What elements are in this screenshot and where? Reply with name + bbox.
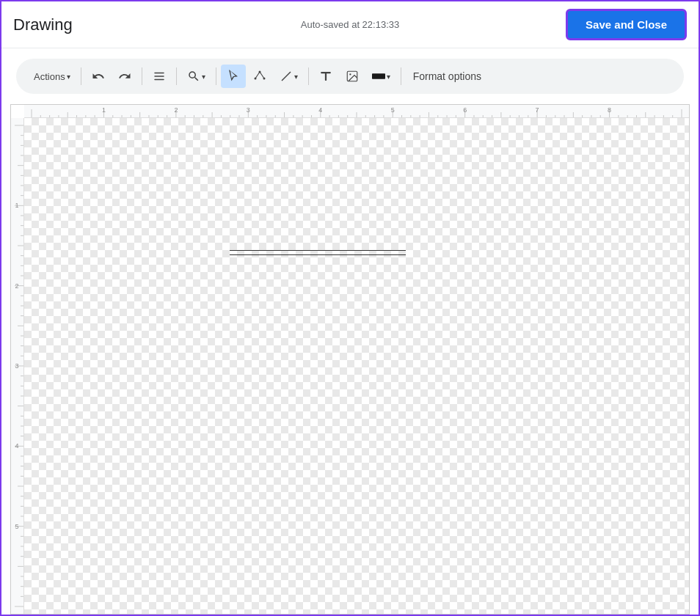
toolbar: Actions ▾ ▾ [16, 59, 684, 94]
svg-rect-0 [154, 73, 164, 74]
divider-6 [401, 67, 401, 85]
svg-text:8: 8 [608, 106, 611, 114]
image-icon [346, 70, 359, 83]
line-button[interactable]: ▾ [274, 65, 304, 88]
svg-text:5: 5 [15, 523, 18, 530]
divider-3 [176, 67, 177, 85]
ruler-left-svg: 12345 [11, 118, 23, 614]
drawing-line-2 [230, 254, 406, 255]
svg-text:2: 2 [15, 282, 18, 290]
image-button[interactable] [340, 65, 365, 88]
ruler-top: 12345678 [24, 105, 689, 118]
text-button[interactable] [313, 65, 338, 88]
text-icon [319, 70, 332, 83]
divider-4 [216, 67, 216, 85]
svg-point-10 [349, 73, 351, 75]
cursor-button[interactable] [221, 65, 246, 88]
app-title: Drawing [13, 15, 73, 34]
canvas-area[interactable] [24, 118, 689, 614]
svg-text:6: 6 [463, 106, 467, 114]
autosave-status: Auto-saved at 22:13:33 [301, 19, 399, 30]
polyline-icon [253, 70, 266, 83]
divider-1 [81, 67, 81, 85]
color-button[interactable]: ▾ [366, 65, 396, 88]
ruler-top-svg: 12345678 [24, 105, 689, 118]
svg-rect-8 [325, 72, 327, 81]
svg-text:5: 5 [391, 106, 395, 114]
drawing-object [230, 250, 406, 259]
svg-text:1: 1 [15, 202, 18, 209]
zoom-button[interactable]: ▾ [181, 65, 211, 88]
zoom-chevron-icon: ▾ [202, 73, 205, 81]
svg-text:1: 1 [102, 106, 106, 114]
actions-chevron-icon: ▾ [67, 73, 70, 81]
svg-text:7: 7 [536, 106, 539, 114]
shape-button[interactable] [247, 65, 272, 88]
undo-button[interactable] [86, 65, 111, 88]
divider-2 [142, 67, 142, 85]
svg-text:2: 2 [174, 106, 178, 114]
header: Drawing Auto-saved at 22:13:33 Save and … [1, 1, 699, 48]
ruler-left: 12345 [11, 118, 24, 614]
line-chevron-icon: ▾ [294, 73, 298, 81]
svg-rect-11 [372, 73, 385, 79]
divider-5 [308, 67, 309, 85]
svg-text:4: 4 [15, 442, 18, 450]
canvas-wrapper: 12345678 12345 [10, 104, 690, 615]
drawing-line-1 [230, 250, 406, 251]
toolbar-container: Actions ▾ ▾ [1, 48, 699, 104]
select-menu-icon [153, 70, 166, 83]
svg-text:4: 4 [318, 106, 322, 114]
svg-line-6 [282, 72, 291, 81]
zoom-icon [187, 70, 200, 83]
actions-label: Actions [34, 71, 65, 82]
actions-button[interactable]: Actions ▾ [28, 65, 76, 88]
svg-rect-2 [154, 79, 164, 81]
save-close-button[interactable]: Save and Close [566, 9, 687, 40]
svg-text:3: 3 [247, 106, 250, 114]
svg-text:3: 3 [15, 362, 18, 370]
cursor-icon [227, 70, 240, 83]
svg-rect-1 [154, 76, 164, 77]
format-options-button[interactable]: Format options [406, 67, 489, 86]
line-icon [280, 70, 293, 83]
color-chevron-icon: ▾ [387, 73, 390, 81]
redo-button[interactable] [112, 65, 137, 88]
undo-icon [92, 70, 105, 83]
redo-icon [118, 70, 131, 83]
color-icon [372, 73, 385, 80]
select-menu-button[interactable] [147, 65, 172, 88]
